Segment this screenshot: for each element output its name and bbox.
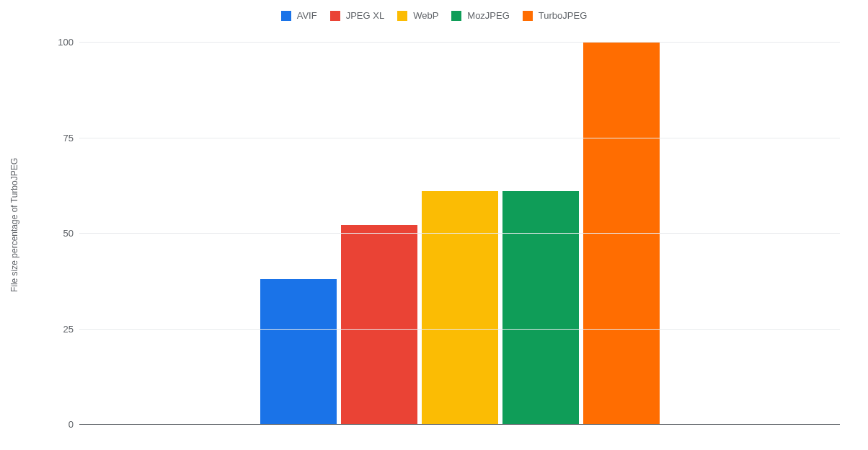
- legend-label: TurboJPEG: [539, 10, 587, 21]
- y-tick-label: 100: [58, 37, 79, 48]
- chart-container: AVIFJPEG XLWebPMozJPEGTurboJPEG File siz…: [0, 0, 868, 450]
- y-axis-label-text: File size percentage of TurboJPEG: [9, 158, 19, 292]
- legend-item: AVIF: [281, 10, 317, 21]
- legend-item: WebP: [397, 10, 438, 21]
- y-tick-label: 0: [68, 419, 79, 430]
- legend-swatch: [397, 11, 407, 21]
- y-tick-label: 75: [63, 132, 79, 143]
- legend-label: MozJPEG: [467, 10, 510, 21]
- gridline: [79, 233, 840, 234]
- legend-label: WebP: [413, 10, 438, 21]
- plot-area: 0255075100: [79, 42, 840, 424]
- legend-item: MozJPEG: [451, 10, 510, 21]
- y-tick-label: 50: [63, 228, 79, 239]
- bar: [422, 191, 498, 424]
- bar: [260, 279, 337, 424]
- bar: [341, 225, 417, 424]
- y-axis-label: File size percentage of TurboJPEG: [0, 0, 29, 450]
- gridline: [79, 42, 840, 43]
- legend-label: JPEG XL: [346, 10, 384, 21]
- legend-swatch: [451, 11, 461, 21]
- legend-label: AVIF: [297, 10, 317, 21]
- legend-item: JPEG XL: [330, 10, 384, 21]
- gridline: [79, 138, 840, 138]
- legend-swatch: [330, 11, 340, 21]
- legend-swatch: [523, 11, 533, 21]
- legend-item: TurboJPEG: [523, 10, 587, 21]
- y-tick-label: 25: [63, 323, 79, 334]
- legend-swatch: [281, 11, 291, 21]
- gridline: [79, 329, 840, 330]
- x-axis-line: [79, 424, 840, 425]
- bar: [502, 191, 579, 424]
- legend: AVIFJPEG XLWebPMozJPEGTurboJPEG: [0, 10, 868, 21]
